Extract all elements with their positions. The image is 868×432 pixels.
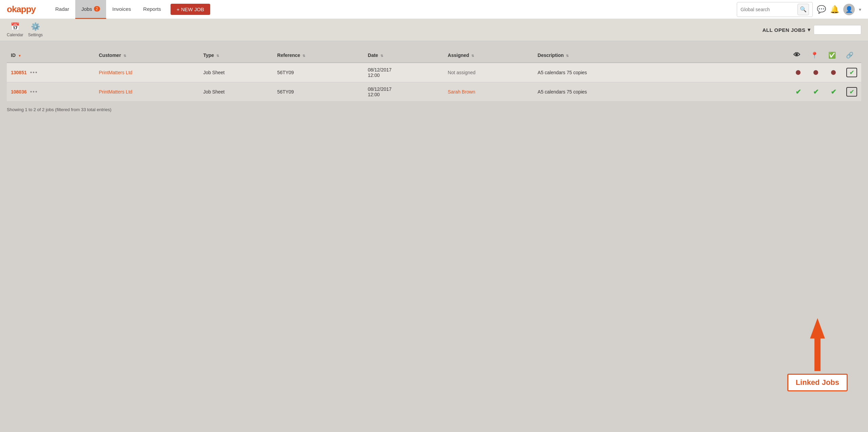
- cell-reference: 56TY09: [273, 63, 364, 82]
- status-red-dot: [813, 70, 818, 75]
- reference-sort-arrow: ⇅: [302, 54, 305, 58]
- cell-description: A5 calendars 75 copies: [534, 82, 678, 102]
- customer-link[interactable]: PrintMatters Ltd: [99, 89, 133, 95]
- filter-dropdown-arrow: ▾: [808, 27, 811, 33]
- assigned-person-link[interactable]: Sarah Brown: [448, 89, 475, 95]
- toolbar: 📅 Calendar ⚙️ Settings ALL OPEN JOBS ▾: [0, 19, 868, 41]
- table-header-row: ID ▼ Customer ⇅ Type ⇅ Reference ⇅ Date: [7, 48, 861, 63]
- nav-jobs[interactable]: Jobs 2: [75, 0, 106, 19]
- status-green-check: ✔: [813, 88, 819, 96]
- job-id-link[interactable]: 130851: [11, 70, 27, 75]
- col-reference[interactable]: Reference ⇅: [273, 48, 364, 63]
- row-menu-dots[interactable]: •••: [30, 89, 38, 95]
- cell-assigned: Sarah Brown: [444, 82, 534, 102]
- col-id[interactable]: ID ▼: [7, 48, 95, 63]
- cell-id: 108036•••: [7, 82, 95, 102]
- location-header-icon: 📍: [810, 52, 819, 59]
- filter-search-input[interactable]: [814, 25, 861, 35]
- filter-area: ALL OPEN JOBS ▾: [762, 25, 861, 35]
- settings-label: Settings: [28, 33, 43, 37]
- header-right: 🔍 💬 🔔 👤 ▾: [737, 2, 861, 17]
- description-sort-arrow: ⇅: [566, 54, 569, 58]
- linked-jobs-checkbox[interactable]: ✔: [846, 87, 857, 97]
- status-green-check: ✔: [795, 88, 801, 96]
- row-menu-dots[interactable]: •••: [30, 69, 38, 76]
- cell-status: ✔✔✔✔: [678, 82, 861, 102]
- header: okappy Radar Jobs 2 Invoices Reports + N…: [0, 0, 868, 19]
- avatar-dropdown-arrow[interactable]: ▾: [859, 7, 861, 12]
- table-row: 130851•••PrintMatters LtdJob Sheet56TY09…: [7, 63, 861, 82]
- search-input[interactable]: [741, 7, 795, 12]
- check-circle-header-icon: ✅: [827, 52, 837, 59]
- customer-sort-arrow: ⇅: [123, 54, 126, 58]
- logo[interactable]: okappy: [7, 4, 36, 15]
- cell-customer: PrintMatters Ltd: [95, 82, 199, 102]
- settings-button[interactable]: ⚙️ Settings: [28, 22, 43, 37]
- status-green-check: ✔: [831, 88, 836, 96]
- cell-date: 08/12/201712:00: [364, 63, 444, 82]
- id-sort-arrow: ▼: [18, 54, 21, 58]
- cell-description: A5 calendars 75 copies: [534, 63, 678, 82]
- cell-id: 130851•••: [7, 63, 95, 82]
- new-job-button[interactable]: + NEW JOB: [171, 4, 210, 15]
- cell-date: 08/12/201712:00: [364, 82, 444, 102]
- col-status-icons: 👁 📍 ✅ 🔗: [678, 48, 861, 63]
- calendar-label: Calendar: [7, 33, 23, 37]
- col-assigned[interactable]: Assigned ⇅: [444, 48, 534, 63]
- settings-icon: ⚙️: [31, 22, 40, 31]
- date-sort-arrow: ⇅: [380, 54, 383, 58]
- user-avatar[interactable]: 👤: [843, 4, 855, 15]
- linked-check-icon: ✔: [849, 69, 854, 76]
- col-type[interactable]: Type ⇅: [199, 48, 273, 63]
- notifications-icon[interactable]: 🔔: [830, 5, 839, 14]
- linked-check-icon: ✔: [849, 88, 854, 96]
- calendar-button[interactable]: 📅 Calendar: [7, 22, 23, 37]
- col-date[interactable]: Date ⇅: [364, 48, 444, 63]
- cell-customer: PrintMatters Ltd: [95, 63, 199, 82]
- col-description[interactable]: Description ⇅: [534, 48, 678, 63]
- eye-header-icon: 👁: [792, 51, 802, 59]
- main-nav: Radar Jobs 2 Invoices Reports + NEW JOB: [49, 0, 737, 19]
- cell-type: Job Sheet: [199, 82, 273, 102]
- table-row: 108036•••PrintMatters LtdJob Sheet56TY09…: [7, 82, 861, 102]
- customer-link[interactable]: PrintMatters Ltd: [99, 70, 133, 75]
- messages-icon[interactable]: 💬: [817, 5, 826, 14]
- nav-radar[interactable]: Radar: [49, 0, 75, 19]
- job-id-link[interactable]: 108036: [11, 89, 27, 95]
- calendar-icon: 📅: [11, 22, 20, 31]
- status-red-dot: [796, 70, 801, 75]
- cell-assigned: Not assigned: [444, 63, 534, 82]
- filter-dropdown[interactable]: ALL OPEN JOBS ▾: [762, 27, 810, 33]
- jobs-badge: 2: [94, 6, 100, 12]
- type-sort-arrow: ⇅: [216, 54, 219, 58]
- cell-status: ✔: [678, 63, 861, 82]
- cell-reference: 56TY09: [273, 82, 364, 102]
- linked-jobs-checkbox[interactable]: ✔: [846, 68, 857, 77]
- assigned-sort-arrow: ⇅: [471, 54, 474, 58]
- search-button[interactable]: 🔍: [797, 4, 809, 15]
- not-assigned-label: Not assigned: [448, 70, 476, 75]
- global-search-box: 🔍: [737, 2, 813, 17]
- cell-type: Job Sheet: [199, 63, 273, 82]
- col-customer[interactable]: Customer ⇅: [95, 48, 199, 63]
- status-red-dot: [831, 70, 836, 75]
- table-footer: Showing 1 to 2 of 2 jobs (filtered from …: [7, 107, 861, 112]
- link-header-icon: 🔗: [845, 52, 854, 59]
- nav-invoices[interactable]: Invoices: [106, 0, 137, 19]
- main-content: ID ▼ Customer ⇅ Type ⇅ Reference ⇅ Date: [0, 41, 868, 119]
- filter-label: ALL OPEN JOBS: [762, 27, 805, 33]
- jobs-table: ID ▼ Customer ⇅ Type ⇅ Reference ⇅ Date: [7, 48, 861, 102]
- nav-reports[interactable]: Reports: [137, 0, 167, 19]
